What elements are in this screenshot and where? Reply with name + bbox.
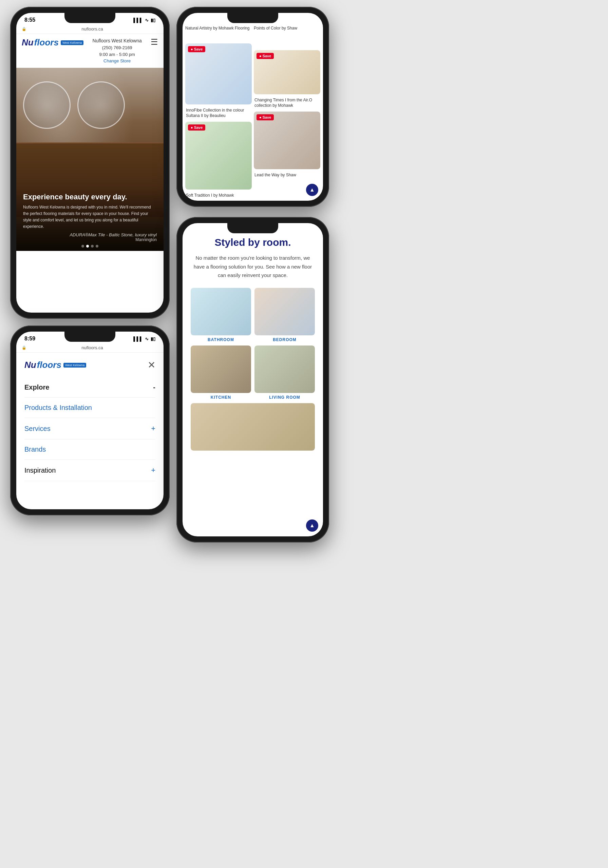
menu-item-explore[interactable]: Explore - <box>25 377 155 398</box>
wifi-icon: ∿ <box>145 18 149 23</box>
store-details: Nufloors West Kelowna (250) 769-2169 9:0… <box>87 37 147 64</box>
store-name: Nufloors West Kelowna <box>87 37 147 44</box>
menu-item-services[interactable]: Services + <box>25 418 155 439</box>
points-color-spacer <box>254 43 320 48</box>
phone-3: Natural Artistry by Mohawk Flooring Poin… <box>176 7 329 207</box>
phone-4-screen: Styled by room. No matter the room you'r… <box>182 223 323 536</box>
pin-column-left: ● Save InnoFibe Collection in the colour… <box>185 43 252 201</box>
pin-soft-tradition[interactable]: ● Save <box>185 122 252 189</box>
menu-item-brands[interactable]: Brands <box>25 439 155 460</box>
pin-lead-way[interactable]: ● Save <box>254 112 320 169</box>
room-kitchen-item[interactable]: KITCHEN <box>191 346 251 400</box>
nufloors-logo: Nu floors West Kelowna <box>22 37 84 48</box>
change-store-link[interactable]: Change Store <box>87 57 147 64</box>
phone-1: 8:55 ▌▌▌ ∿ ▮▯ 🔒 nufloors.ca Nu floors We… <box>10 7 169 319</box>
save-label-4: Save <box>263 54 271 58</box>
room-bathroom-img-wrap <box>191 288 251 335</box>
room-bathroom-item[interactable]: BATHROOM <box>191 288 251 342</box>
room-kitchen-img-wrap <box>191 346 251 393</box>
location-badge: West Kelowna <box>61 40 84 45</box>
notch-3 <box>227 13 278 23</box>
hero-dots <box>23 245 157 248</box>
pin-changing-times[interactable]: ● Save <box>254 50 320 94</box>
pinterest-icon-4: ● <box>259 54 261 58</box>
room-bedroom-img-wrap <box>255 288 315 335</box>
styled-room-subtitle: No matter the room you're looking to tra… <box>191 254 315 280</box>
nav-menu: Nu floors West Kelowna ✕ Explore - Produ… <box>16 353 163 488</box>
hamburger-menu[interactable]: ☰ <box>151 37 158 47</box>
products-label: Products & Installation <box>25 404 92 412</box>
status-icons-1: ▌▌▌ ∿ ▮▯ <box>133 18 155 23</box>
mirror-left <box>23 81 71 129</box>
services-plus-icon: + <box>151 424 155 433</box>
explore-label: Explore <box>25 383 49 391</box>
lock-icon: 🔒 <box>22 27 26 31</box>
services-label: Services <box>25 425 51 432</box>
logo-nu: Nu <box>22 37 34 48</box>
room-bedroom-label: BEDROOM <box>255 337 315 342</box>
lock-icon-2: 🔒 <box>22 346 26 350</box>
hero-area: Experience beauty every day. Nufloors We… <box>16 68 163 251</box>
pin-innofibe[interactable]: ● Save <box>185 43 252 104</box>
room-kitchen-label: KITCHEN <box>191 395 251 400</box>
room-grid-bottom: KITCHEN LIVING ROOM <box>191 346 315 400</box>
save-label-5: Save <box>263 115 271 119</box>
pinterest-grid: ● Save InnoFibe Collection in the colour… <box>182 41 323 201</box>
save-badge-innofibe[interactable]: ● Save <box>188 46 205 52</box>
time-1: 8:55 <box>25 17 35 23</box>
dot-4[interactable] <box>96 245 98 248</box>
pinterest-icon: ● <box>191 47 193 51</box>
pin-soft-tradition-img <box>185 122 252 189</box>
menu-item-products[interactable]: Products & Installation <box>25 398 155 418</box>
dot-2[interactable] <box>86 245 89 248</box>
close-menu-button[interactable]: ✕ <box>148 360 155 370</box>
logo-nu-2: Nu <box>25 360 36 370</box>
dot-3[interactable] <box>91 245 94 248</box>
room-extra-item[interactable] <box>191 403 315 451</box>
phone-3-screen: Natural Artistry by Mohawk Flooring Poin… <box>182 13 323 201</box>
url-bar-area-1: 🔒 nufloors.ca <box>16 25 163 34</box>
room-living-img-wrap <box>255 346 315 393</box>
pin-lead-label: Lead the Way by Shaw <box>254 171 320 179</box>
hero-decor <box>23 81 125 129</box>
notch-1 <box>64 13 115 23</box>
save-label-2: Save <box>194 126 203 130</box>
room-bedroom-img <box>255 288 315 335</box>
mirror-right <box>77 81 125 129</box>
url-text-1[interactable]: nufloors.ca <box>26 26 158 31</box>
battery-icon: ▮▯ <box>151 18 155 23</box>
save-badge-changing[interactable]: ● Save <box>257 53 274 59</box>
pin-changing-label: Changing Times I from the Air.O collecti… <box>254 96 320 110</box>
room-living-label: LIVING ROOM <box>255 395 315 400</box>
save-badge-lead[interactable]: ● Save <box>257 114 274 120</box>
room-living-item[interactable]: LIVING ROOM <box>255 346 315 400</box>
pin-soft-tradition-label: Soft Tradition I by Mohawk <box>185 192 252 200</box>
room-extra-img <box>191 403 315 451</box>
styled-room-title: Styled by room. <box>191 237 315 248</box>
save-badge-soft[interactable]: ● Save <box>188 124 205 130</box>
save-label: Save <box>194 47 203 51</box>
signal-icon-2: ▌▌▌ <box>133 336 143 341</box>
logo-floors-2: floors <box>37 360 61 370</box>
dot-1[interactable] <box>81 245 84 248</box>
inspiration-label: Inspiration <box>25 467 56 474</box>
room-bedroom-item[interactable]: BEDROOM <box>255 288 315 342</box>
hero-brand-name: Mannington <box>23 237 157 242</box>
scroll-up-button-4[interactable]: ▲ <box>306 519 318 532</box>
logo-floors: floors <box>34 37 59 48</box>
time-2: 8:59 <box>25 336 35 342</box>
explore-minus-icon: - <box>153 383 155 391</box>
room-bathroom-img <box>191 288 251 335</box>
hero-body: Nufloors West Kelowna is designed with y… <box>23 204 157 230</box>
notch-4 <box>227 223 278 233</box>
top-label-left: Natural Artistry by Mohawk Flooring <box>185 26 252 31</box>
hero-title: Experience beauty every day. <box>23 192 157 202</box>
pinterest-icon-5: ● <box>259 115 261 119</box>
room-extra-img-wrap <box>191 403 315 451</box>
location-badge-2: West Kelowna <box>64 363 86 367</box>
url-text-2[interactable]: nufloors.ca <box>26 345 158 350</box>
scroll-up-button-3[interactable]: ▲ <box>306 184 318 196</box>
signal-icon: ▌▌▌ <box>133 18 143 23</box>
hero-text-overlay: Experience beauty every day. Nufloors We… <box>16 186 163 251</box>
menu-item-inspiration[interactable]: Inspiration + <box>25 460 155 481</box>
